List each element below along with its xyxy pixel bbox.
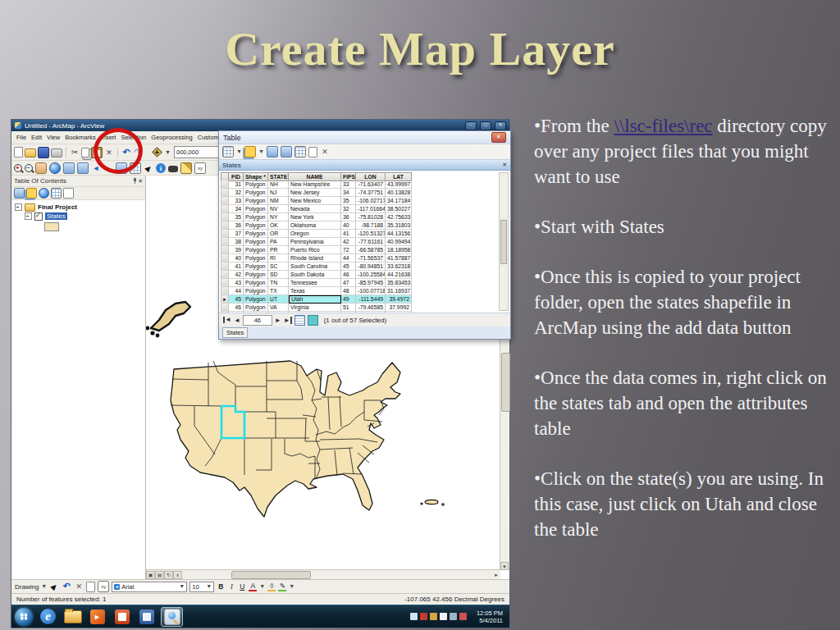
- fixed-zoom-in-icon[interactable]: [63, 162, 75, 174]
- table-row[interactable]: 44PolygonTXTexas48-100.0771831.16937: [221, 287, 412, 295]
- minimize-icon[interactable]: –: [465, 121, 477, 130]
- scroll-right-icon[interactable]: ►: [492, 573, 500, 578]
- start-button[interactable]: [15, 608, 33, 626]
- window-tray-icon[interactable]: [450, 613, 457, 620]
- table-row-selected[interactable]: ▸45PolygonUTUtah49-111.544939.4972: [221, 295, 412, 304]
- tray-app-icon[interactable]: [410, 613, 418, 620]
- table-row[interactable]: 46PolygonVAVirginia51-79.4658537.9992: [221, 304, 412, 312]
- volume-icon[interactable]: [459, 613, 467, 620]
- table-row[interactable]: 31PolygonNHNew Hampshire33-71.6340743.99…: [221, 180, 412, 189]
- fixed-zoom-out-icon[interactable]: [77, 162, 89, 174]
- menu-item-file[interactable]: File: [14, 133, 29, 142]
- list-by-selection-icon[interactable]: [51, 188, 62, 199]
- horizontal-scrollbar[interactable]: ▣ ▤ ↻ ⅱ ►: [146, 569, 500, 579]
- first-record-icon[interactable]: ◄: [223, 317, 231, 323]
- pan-icon[interactable]: [35, 162, 47, 174]
- text-icon[interactable]: [98, 581, 109, 592]
- find-icon[interactable]: [168, 166, 178, 172]
- table-row[interactable]: 47PolygonVIVirgin Islands78-64.7342117.7…: [221, 312, 412, 313]
- chevron-down-icon[interactable]: [259, 582, 265, 591]
- menu-item-bookmarks[interactable]: Bookmarks: [62, 133, 98, 142]
- identify-icon[interactable]: [156, 163, 166, 173]
- zoom-to-selected-icon[interactable]: [308, 147, 317, 158]
- select-elements-icon[interactable]: [49, 582, 59, 591]
- drawing-menu-label[interactable]: Drawing: [15, 583, 39, 591]
- open-folder-icon[interactable]: [25, 148, 36, 158]
- scroll-thumb[interactable]: [231, 571, 311, 579]
- table-row[interactable]: 38PolygonPAPennsylvania42-77.6116140.994…: [221, 238, 412, 246]
- table-options-icon[interactable]: [222, 146, 234, 158]
- row-selector[interactable]: [221, 221, 229, 230]
- pin-icon[interactable]: [132, 178, 138, 184]
- row-selector[interactable]: [221, 230, 229, 238]
- bold-icon[interactable]: B: [217, 582, 225, 591]
- taskbar-clock[interactable]: 12:05 PM 5/4/2011: [477, 609, 503, 624]
- maximize-icon[interactable]: □: [480, 121, 491, 130]
- directory-link[interactable]: \\lsc-files\rec: [614, 116, 713, 136]
- current-record-input[interactable]: 46: [243, 315, 272, 326]
- row-selector[interactable]: [221, 262, 229, 271]
- font-family-combo[interactable]: a Arial: [112, 582, 187, 592]
- options-icon[interactable]: [63, 188, 74, 199]
- show-all-records-icon[interactable]: [294, 315, 305, 326]
- list-by-visibility-icon[interactable]: [39, 188, 49, 199]
- layout-view-icon[interactable]: ▤: [155, 571, 164, 579]
- row-selector[interactable]: [221, 197, 229, 205]
- font-size-combo[interactable]: 10: [189, 582, 214, 592]
- row-selector[interactable]: [221, 213, 229, 221]
- collapse-icon[interactable]: [25, 212, 32, 220]
- measure-icon[interactable]: [180, 162, 192, 174]
- row-selector[interactable]: [221, 312, 229, 313]
- clear-selection-icon[interactable]: [294, 146, 306, 158]
- row-selector[interactable]: [221, 238, 229, 246]
- list-by-drawing-order-icon[interactable]: [14, 188, 25, 199]
- attribute-table-window[interactable]: Table ✕ States ✕ FIDShape *STATENAMEFIPS…: [218, 130, 511, 340]
- delete-icon[interactable]: [320, 147, 330, 157]
- table-row[interactable]: 43PolygonTNTennessee47-85.9794535.83453: [221, 279, 412, 287]
- powerpoint-icon[interactable]: [112, 608, 132, 626]
- explorer-folder-icon[interactable]: [62, 608, 83, 626]
- toc-layer-row[interactable]: States: [25, 212, 145, 221]
- toc-dataframe-row[interactable]: Final Project: [15, 203, 145, 212]
- scroll-down-icon[interactable]: ▼: [500, 562, 509, 570]
- collapse-icon[interactable]: [15, 203, 22, 211]
- arcmap-taskbar-icon[interactable]: [161, 607, 183, 627]
- table-row[interactable]: 39PolygonPRPuerto Rico72-66.5878518.1895…: [221, 246, 412, 254]
- rotate-icon[interactable]: [62, 582, 71, 591]
- select-elements-icon[interactable]: [144, 163, 153, 173]
- layer-visibility-checkbox[interactable]: [34, 212, 43, 221]
- print-icon[interactable]: [51, 148, 62, 158]
- row-selector[interactable]: [221, 279, 229, 287]
- table-row[interactable]: 36PolygonOKOklahoma40-98.718835.31803: [221, 221, 412, 230]
- font-color-icon[interactable]: A: [249, 582, 257, 591]
- last-record-icon[interactable]: ►: [284, 317, 292, 324]
- table-row[interactable]: 42PolygonSDSouth Dakota46-100.2558444.21…: [221, 271, 412, 279]
- table-row[interactable]: 41PolygonSCSouth Carolina45-80.9485133.6…: [221, 262, 412, 271]
- row-selector[interactable]: [221, 189, 229, 197]
- chevron-down-icon[interactable]: [289, 582, 294, 591]
- underline-icon[interactable]: U: [238, 582, 246, 591]
- full-extent-icon[interactable]: [49, 162, 61, 174]
- menu-item-view[interactable]: View: [44, 133, 62, 142]
- data-view-icon[interactable]: ▣: [146, 571, 155, 579]
- refresh-view-icon[interactable]: ↻: [164, 571, 173, 579]
- update-icon[interactable]: [430, 613, 437, 620]
- row-selector[interactable]: [221, 271, 229, 279]
- table-vertical-scrollbar[interactable]: [499, 172, 509, 311]
- line-color-icon[interactable]: ✎: [278, 582, 286, 591]
- copy-icon[interactable]: [81, 148, 89, 158]
- row-selector[interactable]: [221, 205, 229, 213]
- media-player-icon[interactable]: ►: [87, 608, 107, 626]
- save-icon[interactable]: [38, 147, 49, 158]
- next-record-icon[interactable]: ►: [275, 317, 281, 324]
- scroll-thumb[interactable]: [500, 220, 507, 264]
- table-window-title-bar[interactable]: Table ✕: [219, 131, 510, 144]
- row-selector[interactable]: [221, 180, 229, 189]
- word-icon[interactable]: [136, 608, 157, 626]
- rectangle-icon[interactable]: [86, 582, 95, 592]
- close-icon[interactable]: ✕: [491, 132, 506, 143]
- row-selector[interactable]: [221, 304, 229, 312]
- menu-item-geoprocessing[interactable]: Geoprocessing: [148, 133, 194, 142]
- row-selector[interactable]: [221, 246, 229, 254]
- table-layer-bar[interactable]: States ✕: [219, 160, 510, 171]
